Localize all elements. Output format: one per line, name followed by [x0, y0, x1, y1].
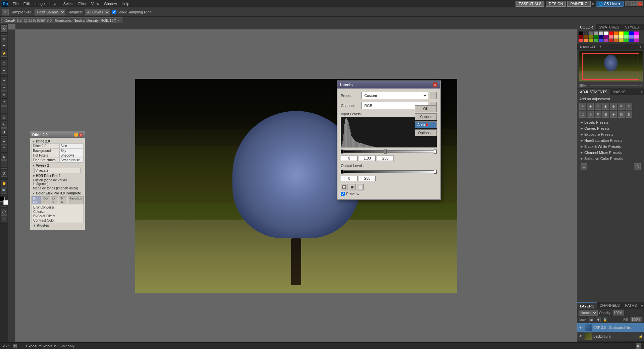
menu-window[interactable]: Window [102, 1, 119, 6]
fill-input[interactable] [631, 317, 642, 322]
swatch-2[interactable] [589, 32, 593, 35]
layers-tab-paths[interactable]: PATHS [623, 302, 640, 309]
dfine-titlebar[interactable]: Dfine 2.0 ✕ [30, 132, 85, 138]
swatch-21[interactable] [624, 35, 629, 39]
swatch-4[interactable] [599, 32, 603, 35]
swatch-24[interactable] [579, 39, 583, 42]
blur-tool[interactable]: ◎ [1, 121, 7, 128]
navigator-zoom-slider[interactable] [590, 85, 639, 86]
lock-pixels-btn[interactable]: ▣ [589, 317, 594, 322]
swatch-15[interactable] [594, 35, 598, 39]
layers-panel-collapse-btn[interactable]: ≡ [640, 302, 644, 309]
input-white-point-handle[interactable] [434, 150, 437, 154]
bw-adjustment-icon[interactable]: ◻ [579, 111, 586, 118]
swatch-13[interactable] [584, 35, 588, 39]
swatch-23[interactable] [634, 35, 639, 39]
swatch-11[interactable] [634, 32, 639, 35]
swatch-18[interactable] [609, 35, 613, 39]
colorefex-tab-dyi[interactable]: Dy-I [42, 196, 50, 204]
menu-edit[interactable]: Edit [21, 1, 32, 6]
marquee-tool[interactable]: ▭ [1, 35, 7, 42]
lock-all-btn[interactable]: 🔒 [603, 317, 607, 322]
swatch-26[interactable] [589, 39, 593, 42]
color-tab[interactable]: COLOR [577, 24, 596, 30]
levels-preset-menu-btn[interactable]: ≡ [430, 92, 437, 99]
colorefex-item-1[interactable]: Colorize [32, 210, 83, 214]
document-tab-close[interactable]: × [118, 19, 119, 22]
move-tool[interactable]: ↖ [1, 25, 7, 32]
pen-tool[interactable]: ✒ [1, 138, 7, 145]
clip-to-layer-icon[interactable]: ⊡ [581, 163, 587, 170]
layer-row-1[interactable]: 👁 Background 🔒 [577, 332, 644, 341]
white-point-eyedropper[interactable]: ⬜ [357, 184, 364, 190]
hdr-fusion-item[interactable]: Fusión (serie de varias imágenes) [32, 178, 84, 186]
swatch-12[interactable] [579, 35, 583, 39]
lock-position-btn[interactable]: ✚ [596, 317, 601, 322]
output-black-handle[interactable] [341, 170, 343, 174]
document-tab[interactable]: CasaR 6.tif @ 25% (CEP 3.0 - Graduated N… [1, 17, 122, 23]
swatch-7[interactable] [614, 32, 619, 35]
dfine-section-header-dfine[interactable]: ▼ Dfine 2.0 [32, 139, 84, 143]
dfine-section-header-hdr[interactable]: ▼ HDR Efex Pro 2 [32, 174, 84, 178]
path-select-tool[interactable]: ▲ [1, 153, 7, 160]
swatch-10[interactable] [629, 32, 634, 35]
layers-tab-channels[interactable]: CHANNELS [597, 302, 623, 309]
essentials-button[interactable]: ESSENTIALS [516, 1, 544, 7]
channelmixer-adjustment-icon[interactable]: ⊞ [595, 111, 601, 118]
hdr-tonemap-item[interactable]: Mapa de tonos (imagen única) [32, 186, 84, 190]
lasso-tool[interactable]: ⊏ [1, 43, 7, 49]
layer-row-0[interactable]: 👁 CEP 3.0 - Graduated Ne... [577, 323, 644, 332]
levels-cancel-button[interactable]: Cancel [415, 113, 437, 120]
masks-tab[interactable]: MASKS [610, 89, 628, 95]
swatch-19[interactable] [614, 35, 619, 39]
swatch-0[interactable] [579, 32, 583, 35]
dfine-cell-value-1[interactable]: Sky [59, 149, 84, 153]
colorefex-tab-favoritos[interactable]: Favoritos [68, 196, 84, 204]
zoom-tool[interactable]: 🔍 [1, 187, 7, 194]
dfine-section-header-colorefex[interactable]: ▼ Color Efex Pro 3.0 Complete [32, 191, 84, 195]
dfine-section-header-viveza[interactable]: ▼ Viveza 2 [32, 163, 84, 168]
hand-tool[interactable]: ✋ [1, 180, 7, 186]
eyedropper-tool[interactable]: ✒ [1, 67, 7, 74]
dfine-cell-value-3[interactable]: Strong Noise [59, 158, 84, 163]
dodge-tool[interactable]: ◑ [1, 128, 7, 135]
layer-0-visibility-btn[interactable]: 👁 [579, 325, 583, 330]
exposure-presets-item[interactable]: ▶ Exposure Presets [579, 132, 642, 137]
menu-filter[interactable]: Filter [76, 1, 88, 6]
canvas-area[interactable]: Dfine 2.0 ✕ ▼ Dfine 2.0 Dfine 2.0 [8, 24, 577, 342]
samples-select[interactable]: All Layers [85, 9, 110, 15]
posterize-adjustment-icon[interactable]: ▤ [618, 111, 625, 118]
swatch-8[interactable] [619, 32, 624, 35]
menu-view[interactable]: View [89, 1, 101, 6]
zoom-in-icon[interactable]: + [640, 84, 642, 88]
swatch-27[interactable] [594, 39, 598, 42]
layers-tab-layers[interactable]: LAYERS [577, 302, 597, 309]
levels-close-button[interactable]: ✕ [433, 82, 437, 87]
magic-wand-tool[interactable]: ⚡ [1, 50, 7, 57]
swatch-32[interactable] [619, 39, 624, 42]
type-tool[interactable]: T [1, 146, 7, 152]
menu-image[interactable]: Image [33, 1, 47, 6]
colorefex-tab-tw[interactable]: T-W [59, 196, 67, 204]
hue-sat-presets-item[interactable]: ▶ Hue/Saturation Presets [579, 138, 642, 143]
output-white-handle[interactable] [434, 170, 437, 174]
status-nav-btn[interactable]: ▶ [636, 343, 641, 349]
brightness-adjustment-icon[interactable]: ☀ [579, 103, 586, 110]
swatch-35[interactable] [634, 39, 639, 42]
swatch-29[interactable] [604, 39, 608, 42]
input-midtone-handle[interactable] [384, 150, 387, 154]
output-max-field[interactable] [359, 176, 376, 181]
channel-mixer-presets-item[interactable]: ▶ Channel Mixer Presets [579, 150, 642, 155]
crop-tool[interactable]: ⊡ [1, 60, 7, 66]
levels-preset-select[interactable]: Custom [361, 92, 428, 99]
colorefex-item-2[interactable]: Bi-Color Filters [32, 214, 83, 218]
swatch-22[interactable] [629, 35, 634, 39]
levels-presets-item[interactable]: ▶ Levels Presets [579, 120, 642, 125]
eraser-tool[interactable]: ◻ [1, 106, 7, 113]
input-mid-field[interactable] [359, 156, 376, 161]
levels-output-slider[interactable] [341, 169, 437, 174]
output-min-field[interactable] [341, 176, 358, 181]
swatch-3[interactable] [594, 32, 598, 35]
swatch-5[interactable] [604, 32, 608, 35]
menu-select[interactable]: Select [61, 1, 76, 6]
